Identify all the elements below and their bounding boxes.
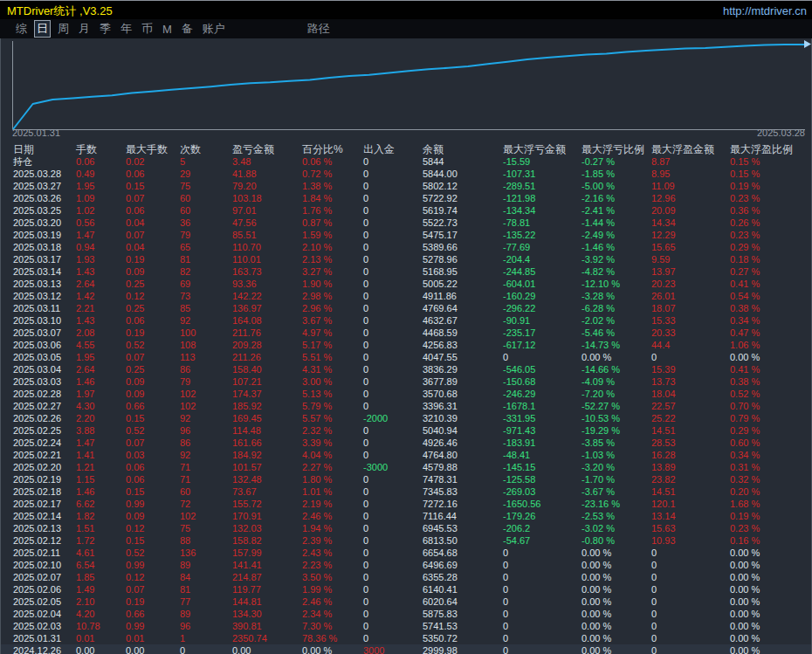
menu-tab-账户[interactable]: 账户 xyxy=(200,20,228,38)
table-row[interactable]: 持仓0.060.0253.480.06 %05844-15.59-0.27 %8… xyxy=(1,155,811,168)
table-row[interactable]: 2025.03.132.640.256993.361.90 %05005.22-… xyxy=(1,278,811,290)
x-axis-end-label: 2025.03.28 xyxy=(757,127,805,138)
table-row[interactable]: 2025.02.0310.780.9996390.817.30 %05741.5… xyxy=(1,620,811,632)
table-row[interactable]: 2025.02.281.970.09102174.375.13 %03570.6… xyxy=(1,388,811,400)
table-row[interactable]: 2025.02.176.620.9972155.722.19 %07272.16… xyxy=(1,498,811,510)
cell: 13.97 xyxy=(651,265,676,278)
cell: 0.06 % xyxy=(302,155,332,168)
cell: -6.28 % xyxy=(581,302,615,314)
table-row[interactable]: 2025.02.262.200.1592169.455.57 %-2000321… xyxy=(1,412,811,424)
table-row[interactable]: 2025.02.241.470.0786161.663.39 %04926.46… xyxy=(1,437,811,449)
cell: 16.28 xyxy=(651,449,676,461)
table-row[interactable]: 2025.02.121.720.1588158.822.39 %06813.50… xyxy=(1,534,811,547)
menu-tab-M[interactable]: M xyxy=(160,22,175,37)
table-row[interactable]: 2025.03.251.020.066097.011.76 %05619.74-… xyxy=(1,204,811,217)
cell: -3.85 % xyxy=(581,437,615,449)
table-row[interactable]: 2025.02.071.850.1284214.873.50 %06355.28… xyxy=(1,571,811,583)
cell: 0 xyxy=(363,608,368,620)
menu-tab-路径[interactable]: 路径 xyxy=(305,20,333,38)
table-row[interactable]: 2025.01.310.010.0112350.7478.36 %05350.7… xyxy=(1,632,811,644)
cell: 6355.28 xyxy=(423,571,458,583)
cell: 0.87 % xyxy=(302,217,332,229)
cell: 0.00 % xyxy=(730,608,760,620)
cell: 1.49 xyxy=(76,583,94,595)
cell: -604.01 xyxy=(503,278,535,290)
cell: 3.39 % xyxy=(302,437,332,449)
cell: 1.42 xyxy=(76,290,94,302)
table-row[interactable]: 2025.03.031.460.0979107.213.00 %03677.89… xyxy=(1,375,811,388)
cell: 5802.12 xyxy=(423,180,458,192)
table-row[interactable]: 2025.02.114.610.52136157.992.43 %06654.6… xyxy=(1,547,811,559)
cell: -179.26 xyxy=(503,510,535,522)
cell: 1.80 % xyxy=(302,473,332,485)
cell: 0.00 % xyxy=(581,571,611,583)
table-row[interactable]: 2025.02.061.490.0781119.771.99 %06140.41… xyxy=(1,583,811,595)
menu-tab-月[interactable]: 月 xyxy=(76,20,93,38)
cell: 85 xyxy=(180,302,190,314)
table-row[interactable]: 2025.03.101.430.0692164.083.67 %04632.67… xyxy=(1,314,811,327)
table-row[interactable]: 2025.03.051.950.07113211.265.51 %04047.5… xyxy=(1,351,811,363)
table-row[interactable]: 2025.03.112.210.2585136.972.96 %04769.64… xyxy=(1,302,811,314)
table-row[interactable]: 2025.03.180.940.0465110.702.10 %05389.66… xyxy=(1,241,811,253)
table-row[interactable]: 2025.02.044.200.6689134.302.34 %05875.83… xyxy=(1,608,811,620)
table-row[interactable]: 2025.02.131.510.1275132.031.94 %06945.53… xyxy=(1,522,811,534)
table-row[interactable]: 2025.03.064.550.52108209.285.17 %04256.8… xyxy=(1,339,811,351)
cell: 1.47 xyxy=(76,229,94,241)
cell: -204.4 xyxy=(503,253,530,265)
cell: -183.91 xyxy=(503,437,535,449)
menu-bar: 综日周月季年币M备账户路径 xyxy=(0,19,812,38)
cell: 3.27 % xyxy=(302,265,332,278)
menu-tab-日[interactable]: 日 xyxy=(34,20,51,38)
cell: 0 xyxy=(651,547,657,559)
table-row[interactable]: 2025.03.261.090.0760103.181.84 %05722.92… xyxy=(1,192,811,204)
table-row[interactable]: 2025.02.052.100.1977144.812.46 %06020.64… xyxy=(1,595,811,608)
table-row[interactable]: 2025.03.200.560.043647.560.87 %05522.73-… xyxy=(1,217,811,229)
cell: 0 xyxy=(651,632,657,644)
menu-tab-季[interactable]: 季 xyxy=(97,20,114,38)
cell: 0.07 xyxy=(126,192,144,204)
cell: 0.00 xyxy=(76,644,94,654)
cell: 0 xyxy=(651,559,657,571)
table-row[interactable]: 2025.02.274.300.66102185.925.79 %03396.3… xyxy=(1,400,811,412)
cell: 0.23 % xyxy=(730,229,760,241)
cell: 0 xyxy=(363,388,368,400)
cell: 0.15 xyxy=(126,534,144,547)
table-row[interactable]: 2025.02.181.460.156073.671.01 %07345.83-… xyxy=(1,485,811,498)
menu-tab-备[interactable]: 备 xyxy=(179,20,196,38)
cell: 164.08 xyxy=(232,314,262,327)
table-row[interactable]: 2025.03.072.080.19100211.764.97 %04468.5… xyxy=(1,327,811,339)
table-row[interactable]: 2024.12.260.000.0000.000.00 %30002999.98… xyxy=(1,644,811,654)
table-row[interactable]: 2025.02.191.150.0671132.481.80 %07478.31… xyxy=(1,473,811,485)
cell: 2.20 xyxy=(76,412,94,424)
table-row[interactable]: 2025.03.280.490.062941.880.72 %05844.00-… xyxy=(1,168,811,180)
table-row[interactable]: 2025.02.201.210.0671101.572.27 %-3000457… xyxy=(1,461,811,473)
app-url-link[interactable]: http://mtdriver.cn xyxy=(723,4,807,17)
cell: -0.27 % xyxy=(581,155,615,168)
table-row[interactable]: 2025.02.106.540.9989141.412.23 %06496.69… xyxy=(1,559,811,571)
cell: 110.01 xyxy=(232,253,261,265)
cell: 0.47 % xyxy=(730,327,760,339)
menu-tab-周[interactable]: 周 xyxy=(55,20,72,38)
cell: -90.91 xyxy=(503,314,530,327)
table-row[interactable]: 2025.02.253.880.5296114.482.32 %05040.94… xyxy=(1,424,811,437)
table-row[interactable]: 2025.02.211.410.0392184.924.04 %04764.80… xyxy=(1,449,811,461)
table-row[interactable]: 2025.03.191.470.077985.511.59 %05475.17-… xyxy=(1,229,811,241)
menu-tab-年[interactable]: 年 xyxy=(118,20,134,38)
cell: 2025.03.06 xyxy=(13,339,61,351)
cell: 0.52 xyxy=(126,339,144,351)
table-row[interactable]: 2025.03.042.640.2586158.404.31 %03836.29… xyxy=(1,363,811,375)
table-row[interactable]: 2025.03.141.430.0982163.733.27 %05168.95… xyxy=(1,265,811,278)
cell: 132.48 xyxy=(232,473,262,485)
table-row[interactable]: 2025.03.121.420.1273142.222.98 %04911.86… xyxy=(1,290,811,302)
cell: 60 xyxy=(180,192,190,204)
table-row[interactable]: 2025.03.171.930.1981110.012.13 %05278.96… xyxy=(1,253,811,265)
menu-tab-币[interactable]: 币 xyxy=(139,20,155,38)
cell: 60 xyxy=(180,204,190,217)
cell: 15.63 xyxy=(651,522,676,534)
table-row[interactable]: 2025.02.141.820.09102170.912.46 %07116.4… xyxy=(1,510,811,522)
cell: -246.29 xyxy=(503,388,535,400)
cell: 75 xyxy=(180,180,190,192)
cell: 2.34 % xyxy=(302,608,332,620)
table-row[interactable]: 2025.03.271.950.157579.201.38 %05802.12-… xyxy=(1,180,811,192)
menu-tab-综[interactable]: 综 xyxy=(13,20,30,38)
